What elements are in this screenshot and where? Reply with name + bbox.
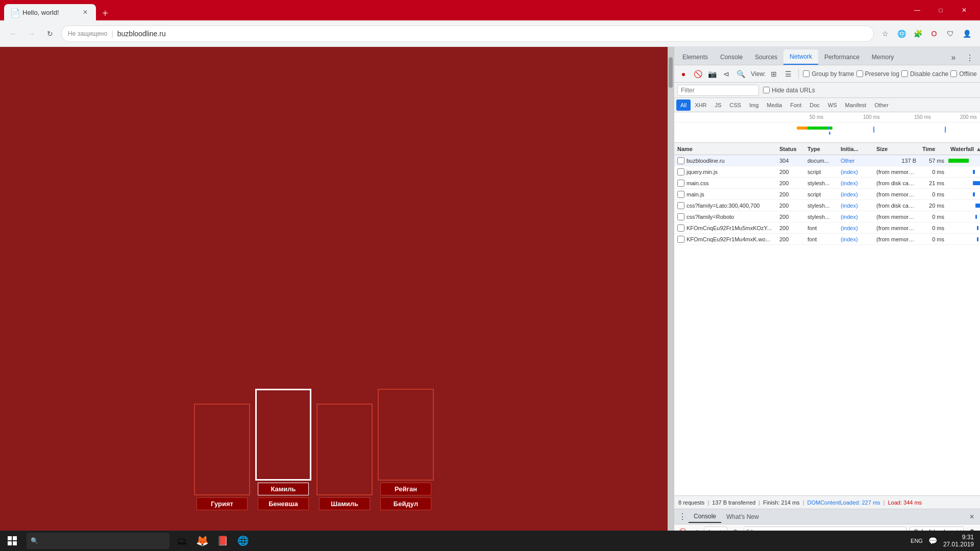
group-by-frame-checkbox[interactable] — [803, 70, 810, 77]
maximize-button[interactable]: □ — [929, 0, 952, 20]
forward-button[interactable]: → — [24, 27, 39, 41]
record-button[interactable]: ● — [677, 68, 690, 80]
devtools-tabs: Elements Console Sources Network Perform… — [674, 47, 980, 65]
page-scrollbar[interactable] — [668, 47, 674, 543]
hide-data-urls-label[interactable]: Hide data URLs — [763, 87, 815, 94]
tab-console-bottom[interactable]: Console — [689, 511, 721, 523]
person-card-reygan[interactable]: Рейган Бейдул — [378, 389, 434, 510]
new-tab-button[interactable]: + — [98, 6, 112, 20]
filter-all[interactable]: All — [676, 99, 691, 111]
table-row[interactable]: KFOmCnqEu92Fr1Mu5mxKOzY... 200 font (ind… — [674, 222, 980, 234]
tab-network[interactable]: Network — [783, 49, 818, 65]
search-button[interactable]: 🔍 — [734, 68, 747, 80]
table-row[interactable]: css?family=Roboto 200 stylesh... (index)… — [674, 211, 980, 222]
table-row[interactable]: buzbloodline.ru 304 docum... Other 137 B… — [674, 155, 980, 166]
row-checkbox-8[interactable] — [677, 236, 684, 243]
taskbar-app-firefox[interactable]: 🦊 — [192, 531, 212, 551]
tab-sources[interactable]: Sources — [749, 49, 783, 65]
filter-media[interactable]: Media — [763, 99, 786, 111]
person-box-kamil — [255, 389, 311, 481]
table-row[interactable]: jquery.min.js 200 script (index) (from m… — [674, 166, 980, 178]
filter-js[interactable]: JS — [710, 99, 725, 111]
grid-view-button[interactable]: ⊞ — [768, 68, 780, 80]
camera-button[interactable]: 📷 — [706, 68, 718, 80]
url-bar[interactable]: Не защищено | buzbloodline.ru — [61, 26, 874, 42]
hide-data-urls-checkbox[interactable] — [763, 87, 770, 93]
disable-cache-label[interactable]: Disable cache — [901, 70, 948, 78]
tab-memory[interactable]: Memory — [866, 49, 900, 65]
user-account-icon[interactable]: 👤 — [960, 27, 974, 41]
taskbar-app-acrobat[interactable]: 📕 — [212, 531, 233, 551]
tab-console[interactable]: Console — [714, 49, 749, 65]
disable-cache-checkbox[interactable] — [901, 70, 908, 77]
profile-icon[interactable]: 🌐 — [894, 27, 909, 41]
row-checkbox-2[interactable] — [677, 168, 684, 176]
bookmark-button[interactable]: ☆ — [878, 27, 892, 41]
person-card-kamil[interactable]: Камиль Беневша — [255, 389, 311, 510]
col-header-type[interactable]: Type — [804, 146, 838, 152]
filter-button[interactable]: ⊲ — [720, 68, 732, 80]
offline-checkbox[interactable] — [950, 70, 957, 77]
table-row[interactable]: main.css 200 stylesh... (index) (from di… — [674, 178, 980, 189]
taskbar-search[interactable]: 🔍 — [27, 533, 169, 549]
col-header-time[interactable]: Time — [919, 146, 947, 152]
col-header-initiator[interactable]: Initia... — [838, 146, 873, 152]
row-checkbox-6[interactable] — [677, 213, 684, 220]
table-row[interactable]: css?family=Lato:300,400,700 200 stylesh.… — [674, 200, 980, 211]
reload-button[interactable]: ↻ — [43, 27, 57, 41]
filter-font[interactable]: Font — [786, 99, 805, 111]
row-name-3: main.css — [674, 180, 776, 187]
row-checkbox-1[interactable] — [677, 157, 684, 164]
filter-xhr[interactable]: XHR — [691, 99, 710, 111]
preserve-log-label[interactable]: Preserve log — [856, 70, 899, 78]
col-header-waterfall[interactable]: Waterfall ▲ — [947, 146, 980, 152]
tab-elements[interactable]: Elements — [676, 49, 714, 65]
person-card-guriyat[interactable]: Гурият — [194, 404, 250, 510]
filter-manifest[interactable]: Manifest — [841, 99, 871, 111]
offline-label[interactable]: Offline — [950, 70, 976, 78]
waterfall-bar-6 — [975, 215, 977, 219]
row-checkbox-5[interactable] — [677, 202, 684, 209]
filter-css[interactable]: CSS — [725, 99, 745, 111]
devtools-dots-menu[interactable]: ⋮ — [963, 51, 977, 65]
col-header-status[interactable]: Status — [776, 146, 804, 152]
col-header-size[interactable]: Size — [873, 146, 919, 152]
active-tab[interactable]: 📄 Hello, world! ✕ — [4, 4, 96, 20]
tab-performance[interactable]: Performance — [818, 49, 866, 65]
tab-whats-new[interactable]: What's New — [721, 511, 764, 522]
row-checkbox-7[interactable] — [677, 224, 684, 232]
tab-close-button[interactable]: ✕ — [81, 8, 90, 17]
start-button[interactable] — [0, 531, 24, 551]
more-tabs-button[interactable]: » — [946, 51, 961, 65]
row-time-3: 21 ms — [919, 180, 947, 186]
console-dots-menu[interactable]: ⋮ — [676, 511, 689, 523]
filter-other[interactable]: Other — [870, 99, 893, 111]
shield-icon[interactable]: 🛡 — [943, 27, 958, 41]
search-icon: 🔍 — [31, 537, 38, 544]
back-button[interactable]: ← — [6, 27, 20, 41]
group-by-frame-label[interactable]: Group by frame — [803, 70, 854, 78]
filter-img[interactable]: Img — [745, 99, 763, 111]
row-checkbox-3[interactable] — [677, 180, 684, 187]
opera-icon[interactable]: O — [927, 27, 941, 41]
close-button[interactable]: ✕ — [952, 0, 976, 20]
table-row[interactable]: KFOmCnqEu92Fr1Mu4mxK.wo... 200 font (ind… — [674, 234, 980, 245]
list-view-button[interactable]: ☰ — [782, 68, 794, 80]
page-scroll-thumb[interactable] — [669, 57, 673, 88]
clear-button[interactable]: 🚫 — [692, 68, 704, 80]
notification-icon[interactable]: 💬 — [927, 535, 939, 547]
filter-doc[interactable]: Doc — [805, 99, 824, 111]
filter-input[interactable] — [677, 85, 759, 96]
extensions-icon[interactable]: 🧩 — [911, 27, 925, 41]
filter-ws[interactable]: WS — [824, 99, 841, 111]
close-console-button[interactable]: ✕ — [966, 511, 978, 523]
person-card-shamil[interactable]: Шамиль — [316, 404, 373, 510]
row-checkbox-4[interactable] — [677, 191, 684, 198]
taskbar-app-chrome[interactable]: 🌐 — [233, 531, 253, 551]
col-header-name[interactable]: Name — [674, 146, 776, 152]
minimize-button[interactable]: — — [905, 0, 929, 20]
table-row[interactable]: main.js 200 script (index) (from memory … — [674, 189, 980, 200]
taskbar-app-explorer[interactable]: 🗂 — [172, 531, 192, 551]
preserve-log-checkbox[interactable] — [856, 70, 863, 77]
preserve-log-text: Preserve log — [865, 70, 899, 78]
